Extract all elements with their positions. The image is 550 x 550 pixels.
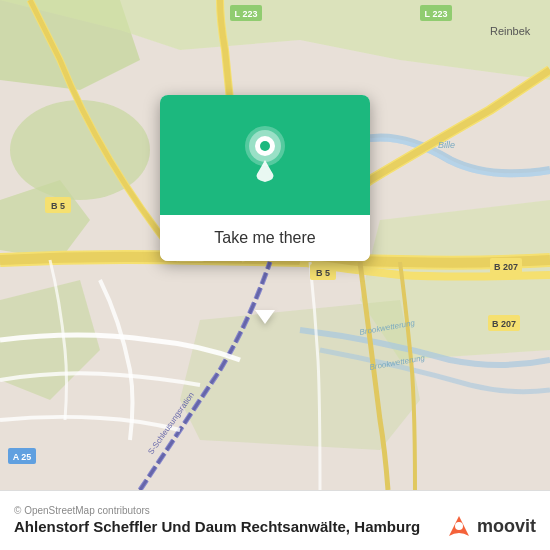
svg-point-33	[455, 522, 463, 530]
moovit-logo: moovit	[445, 512, 536, 540]
svg-text:B 207: B 207	[494, 262, 518, 272]
svg-point-32	[260, 141, 270, 151]
take-me-there-button[interactable]: Take me there	[160, 215, 370, 261]
moovit-logo-icon	[445, 512, 473, 540]
svg-text:A 25: A 25	[13, 452, 32, 462]
map-container: B 5 B 5 B 5 L 223 L 223 B 207 B 207 A 25…	[0, 0, 550, 490]
bottom-bar: © OpenStreetMap contributors Ahlenstorf …	[0, 490, 550, 550]
svg-text:Bille: Bille	[438, 140, 455, 150]
svg-text:L 223: L 223	[235, 9, 258, 19]
location-pin-icon	[240, 124, 290, 186]
moovit-brand-text: moovit	[477, 516, 536, 537]
popup-header	[160, 95, 370, 215]
svg-text:B 5: B 5	[51, 201, 65, 211]
popup-pointer	[255, 310, 275, 324]
svg-text:Reinbek: Reinbek	[490, 25, 531, 37]
popup-card: Take me there	[160, 95, 370, 261]
svg-text:B 207: B 207	[492, 319, 516, 329]
location-title: Ahlenstorf Scheffler Und Daum Rechtsanwä…	[14, 518, 350, 535]
svg-text:L 223: L 223	[425, 9, 448, 19]
svg-text:B 5: B 5	[316, 268, 330, 278]
location-subtitle: Hamburg	[354, 518, 420, 535]
